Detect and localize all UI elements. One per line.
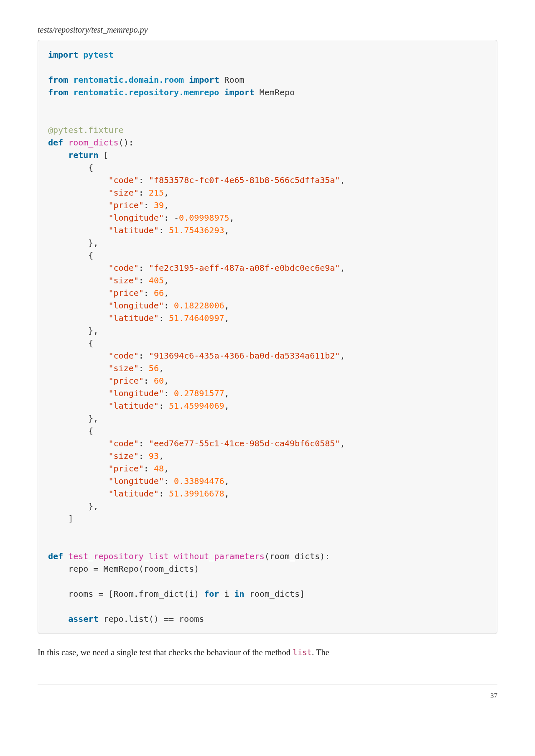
r2-price: 60	[154, 376, 164, 386]
r1-lat: 51.74640997	[169, 313, 224, 323]
r0-lat: 51.75436293	[169, 225, 224, 235]
k-price-1: "price"	[109, 288, 144, 298]
k-price-2: "price"	[109, 376, 144, 386]
para-part2: . The	[312, 648, 329, 657]
k-lon-2: "longitude"	[109, 388, 164, 398]
k-lat-2: "latitude"	[109, 401, 159, 411]
code-block: import pytest from rentomatic.domain.roo…	[38, 40, 497, 634]
r1-size: 405	[149, 275, 164, 285]
r2-size: 56	[149, 363, 159, 373]
cls-room: Room	[224, 75, 244, 85]
k-size-2: "size"	[109, 363, 139, 373]
body-paragraph: In this case, we need a single test that…	[38, 646, 497, 659]
k-lon-0: "longitude"	[109, 213, 164, 223]
r2-lat: 51.45994069	[169, 401, 224, 411]
k-size-1: "size"	[109, 275, 139, 285]
kw-in: in	[234, 589, 245, 599]
r2-code: "913694c6-435a-4366-ba0d-da5334a611b2"	[149, 351, 340, 361]
k-code-2: "code"	[109, 351, 139, 361]
k-lat-0: "latitude"	[109, 225, 159, 235]
body-rooms-2: i	[219, 589, 234, 599]
r0-lon: 0.09998975	[179, 213, 229, 223]
file-path-caption: tests/repository/test_memrepo.py	[38, 25, 497, 35]
kw-import3: import	[224, 87, 254, 97]
r3-lon: 0.33894476	[174, 476, 224, 486]
k-code-0: "code"	[109, 175, 139, 185]
mod-pytest: pytest	[83, 50, 113, 60]
r2-lon: 0.27891577	[174, 388, 224, 398]
kw-import: import	[48, 50, 78, 60]
r1-code: "fe2c3195-aeff-487a-a08f-e0bdc0ec6e9a"	[149, 263, 340, 273]
kw-return: return	[68, 150, 98, 160]
body-repo: repo = MemRepo(room_dicts)	[48, 564, 199, 574]
k-code-1: "code"	[109, 263, 139, 273]
k-size-0: "size"	[109, 188, 139, 198]
k-price-3: "price"	[109, 463, 144, 473]
k-lat-1: "latitude"	[109, 313, 159, 323]
kw-from2: from	[48, 87, 68, 97]
body-rooms-1: rooms = [Room.from_dict(i)	[48, 589, 204, 599]
fn-test: test_repository_list_without_parameters	[68, 551, 265, 561]
k-size-3: "size"	[109, 451, 139, 461]
body-assert: repo.list() == rooms	[98, 614, 204, 624]
r0-code: "f853578c-fc0f-4e65-81b8-566c5dffa35a"	[149, 175, 340, 185]
k-price-0: "price"	[109, 200, 144, 210]
body-rooms-3: room_dicts]	[245, 589, 305, 599]
kw-import2: import	[189, 75, 219, 85]
k-code-3: "code"	[109, 438, 139, 448]
r1-price: 66	[154, 288, 164, 298]
inline-code-list: list	[293, 648, 312, 657]
k-lon-3: "longitude"	[109, 476, 164, 486]
r1-lon: 0.18228006	[174, 300, 224, 311]
r0-neg: -	[174, 213, 179, 223]
kw-def1: def	[48, 137, 63, 148]
kw-def2: def	[48, 551, 63, 561]
kw-for: for	[204, 589, 219, 599]
decorator: @pytest.fixture	[48, 125, 124, 135]
r3-price: 48	[154, 463, 164, 473]
k-lon-1: "longitude"	[109, 300, 164, 311]
r3-code: "eed76e77-55c1-41ce-985d-ca49bf6c0585"	[149, 438, 340, 448]
para-part1: In this case, we need a single test that…	[38, 648, 293, 657]
fn-room-dicts: room_dicts	[68, 137, 118, 148]
kw-assert: assert	[68, 614, 98, 624]
r3-lat: 51.39916678	[169, 489, 224, 499]
mod-repo: rentomatic.repository.memrepo	[73, 87, 219, 97]
k-lat-3: "latitude"	[109, 489, 159, 499]
r3-size: 93	[149, 451, 159, 461]
mod-domain: rentomatic.domain.room	[73, 75, 184, 85]
page-footer: 37	[38, 685, 497, 700]
cls-memrepo: MemRepo	[260, 87, 295, 97]
page-number: 37	[490, 692, 497, 700]
kw-from: from	[48, 75, 68, 85]
r0-price: 39	[154, 200, 164, 210]
r0-size: 215	[149, 188, 164, 198]
